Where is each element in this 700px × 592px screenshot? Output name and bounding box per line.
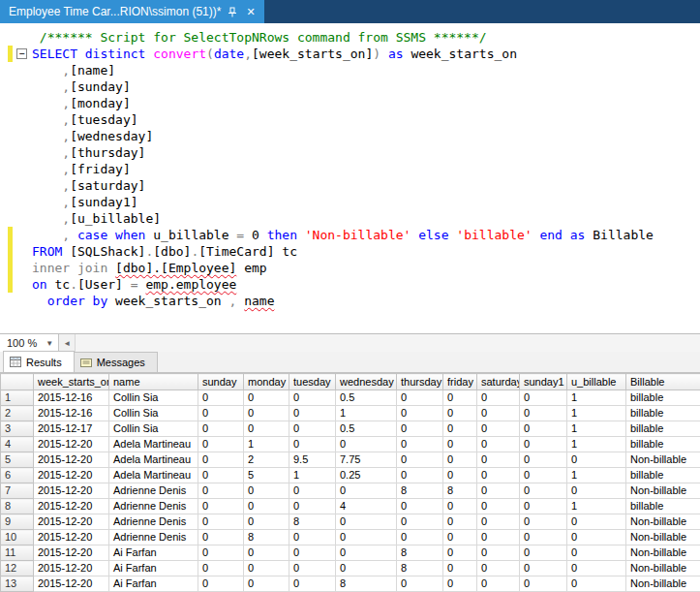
grid-cell[interactable]: 0 <box>477 437 520 452</box>
pin-icon[interactable] <box>228 7 237 17</box>
column-header[interactable]: week_starts_on <box>34 374 109 390</box>
code-line[interactable]: , case when u_billable = 0 then 'Non-bil… <box>0 227 700 243</box>
grid-cell[interactable]: 0 <box>198 530 244 545</box>
grid-cell[interactable]: Adela Martineau <box>109 468 198 483</box>
row-number[interactable]: 13 <box>1 576 34 592</box>
grid-cell[interactable]: 1 <box>567 437 626 452</box>
grid-cell[interactable]: 0 <box>443 545 477 561</box>
grid-cell[interactable]: 0.25 <box>336 468 397 483</box>
grid-cell[interactable]: 0 <box>289 483 336 499</box>
grid-cell[interactable]: 8 <box>443 483 477 499</box>
grid-cell[interactable]: Adrienne Denis <box>109 499 198 514</box>
grid-cell[interactable]: Adela Martineau <box>109 437 198 452</box>
grid-cell[interactable]: billable <box>626 421 700 437</box>
grid-cell[interactable]: 2015-12-20 <box>34 437 109 452</box>
column-header[interactable]: sunday <box>198 374 244 390</box>
grid-cell[interactable]: 0 <box>520 561 567 576</box>
grid-cell[interactable]: 0 <box>567 561 626 576</box>
grid-cell[interactable]: 1 <box>567 406 626 421</box>
grid-cell[interactable]: 0 <box>397 406 443 421</box>
grid-cell[interactable]: 0 <box>477 483 520 499</box>
row-number[interactable]: 8 <box>1 499 34 514</box>
grid-cell[interactable]: 0 <box>397 437 443 452</box>
code-line[interactable]: on tc.[User] = emp.employee <box>0 276 700 293</box>
grid-cell[interactable]: Non-billable <box>626 514 700 530</box>
grid-cell[interactable]: 0 <box>244 514 289 530</box>
grid-cell[interactable]: 0 <box>567 576 626 592</box>
grid-cell[interactable]: 0 <box>477 499 520 514</box>
grid-cell[interactable]: 0 <box>198 483 244 499</box>
code-line[interactable]: −SELECT distinct convert(date,[week_star… <box>0 46 700 62</box>
grid-cell[interactable]: billable <box>626 437 700 452</box>
column-header[interactable]: friday <box>443 374 477 390</box>
grid-cell[interactable]: 0 <box>443 514 477 530</box>
code-line[interactable]: /****** Script for SelectTopNRows comman… <box>0 29 700 46</box>
grid-cell[interactable]: 0.5 <box>336 390 397 406</box>
grid-cell[interactable]: 0 <box>198 545 244 561</box>
grid-cell[interactable]: 0 <box>289 406 336 421</box>
grid-cell[interactable]: 8 <box>397 561 443 576</box>
grid-cell[interactable]: billable <box>626 468 700 483</box>
grid-cell[interactable]: 0 <box>289 499 336 514</box>
grid-cell[interactable]: 0 <box>477 561 520 576</box>
grid-cell[interactable]: 0 <box>443 452 477 468</box>
grid-cell[interactable]: 0 <box>520 452 567 468</box>
grid-cell[interactable]: 0 <box>198 421 244 437</box>
grid-cell[interactable]: 0 <box>567 530 626 545</box>
grid-cell[interactable]: 0 <box>244 499 289 514</box>
grid-cell[interactable]: 0 <box>244 576 289 592</box>
grid-cell[interactable]: 0 <box>567 452 626 468</box>
grid-cell[interactable]: 0 <box>289 530 336 545</box>
grid-cell[interactable]: 1 <box>336 406 397 421</box>
grid-cell[interactable]: 0 <box>520 437 567 452</box>
grid-cell[interactable]: 0 <box>443 437 477 452</box>
grid-cell[interactable]: 0 <box>477 545 520 561</box>
grid-cell[interactable]: 8 <box>244 530 289 545</box>
row-number[interactable]: 7 <box>1 483 34 499</box>
grid-cell[interactable]: 0 <box>443 421 477 437</box>
grid-cell[interactable]: 7.75 <box>336 452 397 468</box>
grid-cell[interactable]: Adrienne Denis <box>109 514 198 530</box>
grid-cell[interactable]: 0 <box>520 499 567 514</box>
document-tab[interactable]: Employee Time Car...RION\ssimon (51))* ✕ <box>0 0 264 23</box>
code-line[interactable]: order by week_starts_on , name <box>0 293 700 309</box>
grid-cell[interactable]: 2015-12-20 <box>34 576 109 592</box>
grid-cell[interactable]: 8 <box>336 576 397 592</box>
grid-cell[interactable]: 2015-12-20 <box>34 530 109 545</box>
grid-cell[interactable]: 0 <box>244 421 289 437</box>
column-header[interactable]: tuesday <box>289 374 336 390</box>
grid-cell[interactable]: 0 <box>289 421 336 437</box>
grid-cell[interactable]: 2015-12-20 <box>34 452 109 468</box>
grid-cell[interactable]: 2 <box>244 452 289 468</box>
row-number[interactable]: 12 <box>1 561 34 576</box>
grid-cell[interactable]: 0 <box>244 390 289 406</box>
grid-cell[interactable]: 0 <box>443 561 477 576</box>
column-header[interactable]: thursday <box>397 374 443 390</box>
grid-cell[interactable]: 0 <box>244 483 289 499</box>
grid-cell[interactable]: 0 <box>443 406 477 421</box>
grid-cell[interactable]: 0 <box>443 468 477 483</box>
grid-cell[interactable]: 0 <box>397 421 443 437</box>
grid-cell[interactable]: 8 <box>397 545 443 561</box>
grid-cell[interactable]: 0 <box>520 483 567 499</box>
grid-cell[interactable]: 0 <box>477 452 520 468</box>
grid-cell[interactable]: 0 <box>244 406 289 421</box>
code-line[interactable]: ,[wednesday] <box>0 128 700 144</box>
grid-cell[interactable]: 0 <box>520 545 567 561</box>
grid-cell[interactable]: 0 <box>397 576 443 592</box>
grid-cell[interactable]: 0 <box>336 561 397 576</box>
grid-cell[interactable]: billable <box>626 406 700 421</box>
row-number[interactable]: 10 <box>1 530 34 545</box>
code-line[interactable]: ,[sunday1] <box>0 194 700 210</box>
grid-cell[interactable]: 0 <box>198 514 244 530</box>
grid-cell[interactable]: 0 <box>336 437 397 452</box>
grid-cell[interactable]: 0 <box>443 390 477 406</box>
grid-cell[interactable]: 0 <box>520 390 567 406</box>
grid-cell[interactable]: 0 <box>477 530 520 545</box>
grid-cell[interactable]: 2015-12-20 <box>34 483 109 499</box>
column-header[interactable]: wednesday <box>336 374 397 390</box>
grid-cell[interactable]: 0 <box>397 468 443 483</box>
grid-cell[interactable]: 0 <box>336 545 397 561</box>
grid-cell[interactable]: 0 <box>198 452 244 468</box>
code-line[interactable]: ,[saturday] <box>0 177 700 194</box>
